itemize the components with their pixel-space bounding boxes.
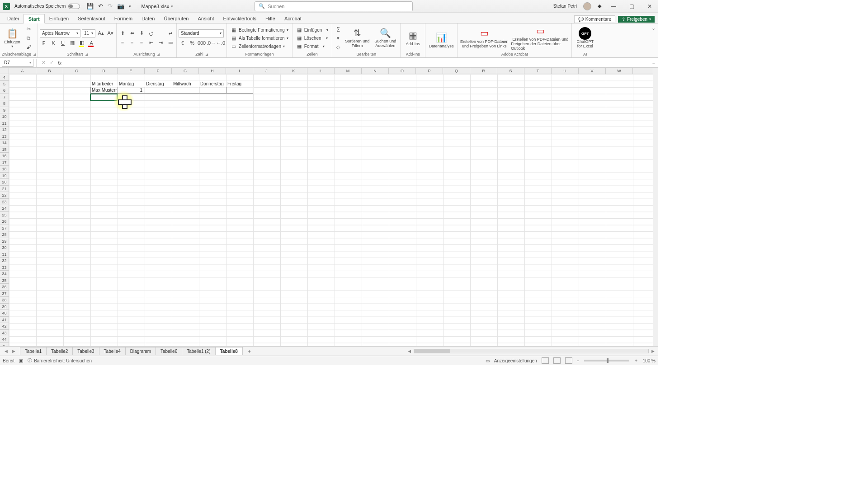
dialog-launcher-icon[interactable]: ◢ (85, 52, 88, 56)
sheet-tab-tabelle6[interactable]: Tabelle6 (156, 347, 182, 355)
row-header-39[interactable]: 39 (0, 304, 9, 310)
col-header-D[interactable]: D (90, 68, 118, 74)
tab-daten[interactable]: Daten (137, 14, 159, 23)
create-pdf-link-button[interactable]: ▭Erstellen von PDF-Dateienund Freigeben … (459, 25, 509, 51)
row-headers[interactable]: 4567891011121314151617181920212223242526… (0, 74, 9, 346)
tab-überprüfen[interactable]: Überprüfen (159, 14, 193, 23)
autosave-toggle[interactable]: Automatisches Speichern (14, 4, 80, 9)
col-header-M[interactable]: M (335, 68, 362, 74)
sheet-tab-tabelle1[interactable]: Tabelle1 (20, 347, 47, 355)
col-header-U[interactable]: U (552, 68, 579, 74)
horizontal-scrollbar[interactable] (414, 349, 649, 353)
underline-button[interactable]: U (59, 39, 67, 47)
col-header-J[interactable]: J (253, 68, 280, 74)
row-header-18[interactable]: 18 (0, 166, 9, 173)
format-cells-button[interactable]: ▦Format▾ (294, 42, 330, 50)
row-header-22[interactable]: 22 (0, 192, 9, 199)
scroll-left-icon[interactable]: ◄ (407, 348, 412, 354)
view-page-icon[interactable] (553, 357, 561, 364)
zoom-slider[interactable] (584, 360, 629, 361)
col-header-Q[interactable]: Q (443, 68, 470, 74)
chevron-down-icon[interactable]: ▾ (171, 4, 173, 9)
row-header-4[interactable]: 4 (0, 74, 9, 81)
display-settings-icon[interactable]: ▭ (486, 358, 490, 363)
row-header-26[interactable]: 26 (0, 218, 9, 225)
qat-more-icon[interactable]: ▾ (129, 4, 131, 9)
document-name[interactable]: Mappe3.xlsx ▾ (141, 4, 173, 9)
cancel-icon[interactable]: ✕ (39, 59, 47, 67)
tab-start[interactable]: Start (24, 14, 45, 23)
confirm-icon[interactable]: ✓ (47, 59, 56, 67)
col-header-G[interactable]: G (172, 68, 199, 74)
tab-ansicht[interactable]: Ansicht (193, 14, 218, 23)
sheet-tab-tabelle4[interactable]: Tabelle4 (99, 347, 126, 355)
save-icon[interactable]: 💾 (86, 3, 94, 9)
row-header-5[interactable]: 5 (0, 81, 9, 88)
cell-G5[interactable]: Mittwoch (172, 81, 198, 87)
sheet-tab-tabelle12[interactable]: Tabelle1 (2) (182, 347, 215, 355)
row-header-11[interactable]: 11 (0, 120, 9, 127)
cell-F5[interactable]: Dienstag (145, 81, 171, 87)
comma-icon[interactable]: 000 (198, 39, 206, 47)
border-icon[interactable]: ▦ (68, 39, 76, 47)
grow-font-icon[interactable]: A▴ (97, 29, 105, 38)
cell-H5[interactable]: Donnerstag (199, 81, 227, 87)
tab-seitenlayout[interactable]: Seitenlayout (73, 14, 110, 23)
col-header-T[interactable]: T (524, 68, 552, 74)
chatgpt-button[interactable]: GPTChatGPT for Excel (574, 25, 596, 51)
align-center-icon[interactable]: ≡ (128, 39, 136, 47)
col-header-I[interactable]: I (226, 68, 253, 74)
expand-bar-icon[interactable]: ⌄ (649, 60, 658, 66)
row-header-44[interactable]: 44 (0, 336, 9, 343)
row-header-8[interactable]: 8 (0, 100, 9, 107)
shrink-font-icon[interactable]: A▾ (106, 29, 114, 38)
merge-icon[interactable]: ▭ (166, 38, 175, 47)
align-right-icon[interactable]: ≡ (137, 39, 146, 47)
row-header-43[interactable]: 43 (0, 330, 9, 337)
toggle-icon[interactable] (68, 4, 80, 9)
copy-icon[interactable]: ⧉ (24, 34, 33, 42)
row-header-40[interactable]: 40 (0, 310, 9, 317)
tab-acrobat[interactable]: Acrobat (280, 14, 306, 23)
col-header-S[interactable]: S (497, 68, 524, 74)
close-button[interactable]: ✕ (644, 3, 656, 9)
tab-entwicklertools[interactable]: Entwicklertools (219, 14, 261, 23)
col-header-O[interactable]: O (389, 68, 416, 74)
row-header-29[interactable]: 29 (0, 238, 9, 245)
cell-styles-button[interactable]: ▭Zellenformatvorlagen▾ (229, 42, 290, 50)
col-header-L[interactable]: L (307, 68, 335, 74)
sort-filter-button[interactable]: ⇅Sortieren und Filtern (344, 25, 370, 51)
align-middle-icon[interactable]: ⬌ (128, 29, 136, 38)
delete-cells-button[interactable]: ▦Löschen▾ (294, 34, 330, 42)
data-analysis-button[interactable]: 📊Datenanalyse (427, 28, 455, 53)
row-header-37[interactable]: 37 (0, 291, 9, 297)
font-color-icon[interactable]: A (87, 39, 95, 47)
share-button[interactable]: ⇧Freigeben▾ (618, 16, 655, 23)
indent-right-icon[interactable]: ⇥ (156, 39, 165, 47)
accessibility-status[interactable]: Barrierefreiheit: Untersuchen (34, 358, 92, 363)
fill-icon[interactable]: ▾ (334, 34, 342, 42)
tab-datei[interactable]: Datei (3, 14, 24, 23)
undo-icon[interactable]: ↶ (98, 3, 103, 9)
formula-input[interactable] (64, 59, 649, 67)
font-name-combo[interactable]: Aptos Narrow▾ (40, 29, 80, 38)
avatar[interactable] (583, 2, 591, 10)
scroll-right-icon[interactable]: ► (651, 348, 656, 354)
row-header-17[interactable]: 17 (0, 160, 9, 166)
row-header-14[interactable]: 14 (0, 140, 9, 146)
autosum-icon[interactable]: ∑ (334, 25, 342, 33)
percent-icon[interactable]: % (188, 39, 196, 47)
format-painter-icon[interactable]: 🖌 (24, 43, 33, 51)
align-left-icon[interactable]: ≡ (118, 39, 127, 47)
row-header-28[interactable]: 28 (0, 231, 9, 238)
row-header-33[interactable]: 33 (0, 264, 9, 271)
row-header-41[interactable]: 41 (0, 317, 9, 324)
zoom-in-icon[interactable]: ＋ (634, 357, 638, 364)
font-size-combo[interactable]: 11▾ (82, 29, 95, 38)
column-headers[interactable]: ABCDEFGHIJKLMNOPQRSTUVW (9, 68, 653, 74)
view-normal-icon[interactable] (542, 357, 549, 364)
row-header-7[interactable]: 7 (0, 94, 9, 101)
inc-decimal-icon[interactable]: .0→ (207, 39, 215, 47)
indent-left-icon[interactable]: ⇤ (147, 39, 155, 47)
clear-icon[interactable]: ◇ (334, 43, 342, 51)
